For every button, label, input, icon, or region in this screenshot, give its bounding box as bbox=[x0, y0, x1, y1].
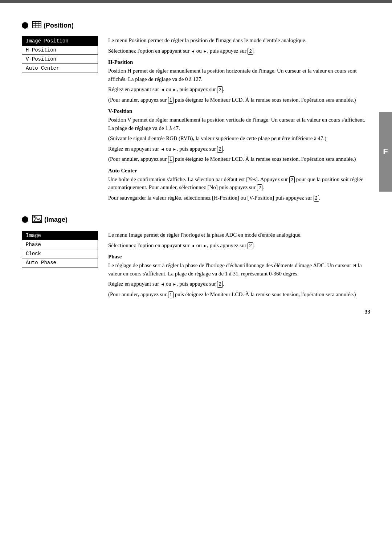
position-menu-col: Image Position H-Position V-Position Aut… bbox=[22, 36, 98, 204]
svg-marker-6 bbox=[34, 218, 41, 221]
v-position-p2: (Suivant le signal d'entrée RGB (RVB), l… bbox=[108, 134, 370, 143]
phase-p3: (Pour annuler, appuyez sur 1 puis éteign… bbox=[108, 290, 370, 299]
arrow-right-h bbox=[173, 86, 177, 92]
num-badge-phase-2: 2 bbox=[217, 281, 222, 288]
phase-p2: Réglez en appuyant sur ou , puis appuyez… bbox=[108, 280, 370, 288]
v-position-p3: Réglez en appuyant sur ou , puis appuyez… bbox=[108, 145, 370, 153]
h-position-heading: H-Position bbox=[108, 59, 370, 65]
auto-center-p1: Une boîte de confirmation s'affiche. La … bbox=[108, 175, 370, 192]
menu-item-auto-phase: Auto Phase bbox=[22, 258, 98, 267]
arrow-right-img bbox=[203, 242, 207, 248]
num-badge-ac-2b: 2 bbox=[257, 184, 262, 191]
arrow-left-phase bbox=[160, 281, 164, 287]
arrow-right-phase bbox=[173, 281, 177, 287]
h-position-p1: Position H permet de régler manuellement… bbox=[108, 67, 370, 83]
menu-item-image: Image bbox=[22, 231, 98, 240]
arrow-left-icon bbox=[191, 48, 195, 54]
num-badge-ac-2a: 2 bbox=[289, 176, 295, 183]
svg-point-7 bbox=[34, 216, 35, 218]
bullet-circle-position bbox=[22, 22, 28, 29]
h-position-p3: (Pour annuler, appuyez sur 1 puis éteign… bbox=[108, 96, 370, 104]
v-position-heading: V-Position bbox=[108, 108, 370, 114]
phase-heading: Phase bbox=[108, 254, 370, 260]
num-badge-v-2: 2 bbox=[217, 146, 222, 153]
auto-center-p2: Pour sauvegarder la valeur réglée, sélec… bbox=[108, 194, 370, 202]
section-position-heading: (Position) bbox=[22, 21, 370, 30]
arrow-left-h bbox=[160, 86, 164, 92]
menu-item-clock: Clock bbox=[22, 249, 98, 258]
position-intro: Le menu Position permet de régler la pos… bbox=[108, 36, 370, 45]
num-badge-img-2: 2 bbox=[248, 242, 253, 249]
side-tab-letter: F bbox=[383, 147, 388, 156]
image-section-content: Image Phase Clock Auto Phase Le menu Ima… bbox=[22, 231, 370, 301]
position-icon bbox=[32, 21, 41, 30]
num-badge-h-1: 1 bbox=[168, 97, 173, 104]
menu-item-auto-center: Auto Center bbox=[22, 64, 98, 73]
menu-item-v-position: V-Position bbox=[22, 55, 98, 64]
image-text-col: Le menu Image permet de régler l'horloge… bbox=[108, 231, 370, 301]
h-position-p2: Réglez en appuyant sur ou , puis appuyez… bbox=[108, 85, 370, 94]
arrow-left-img bbox=[191, 242, 195, 248]
bullet-circle-image bbox=[22, 216, 28, 223]
page-number: 33 bbox=[365, 309, 370, 315]
num-badge-v-1: 1 bbox=[168, 156, 173, 163]
v-position-p1: Position V permet de régler manuellement… bbox=[108, 116, 370, 132]
side-tab: F bbox=[379, 112, 392, 192]
image-menu-box: Image Phase Clock Auto Phase bbox=[22, 231, 98, 267]
image-select-instruction: Sélectionnez l'option en appuyant sur ou… bbox=[108, 241, 370, 250]
num-badge-phase-1: 1 bbox=[168, 291, 173, 298]
position-section-content: Image Position H-Position V-Position Aut… bbox=[22, 36, 370, 204]
phase-p1: Le réglage de phase sert à régler la pha… bbox=[108, 261, 370, 278]
section-image-heading: (Image) bbox=[22, 215, 370, 224]
num-badge-ac-2c: 2 bbox=[314, 195, 319, 202]
top-bar bbox=[0, 0, 392, 3]
position-menu-box: Image Position H-Position V-Position Aut… bbox=[22, 36, 98, 73]
menu-item-image-position: Image Position bbox=[22, 37, 98, 46]
position-select-instruction: Sélectionnez l'option en appuyant sur ou… bbox=[108, 47, 370, 55]
image-intro: Le menu Image permet de régler l'horloge… bbox=[108, 231, 370, 239]
menu-item-h-position: H-Position bbox=[22, 46, 98, 55]
auto-center-heading: Auto Center bbox=[108, 168, 370, 174]
arrow-left-v bbox=[160, 146, 164, 152]
arrow-right-icon bbox=[203, 48, 207, 54]
arrow-right-v bbox=[173, 146, 177, 152]
position-text-col: Le menu Position permet de régler la pos… bbox=[108, 36, 370, 204]
num-badge-h-2: 2 bbox=[217, 86, 222, 93]
v-position-p4: (Pour annuler, appuyez sur 1 puis éteign… bbox=[108, 155, 370, 163]
num-badge-2: 2 bbox=[248, 48, 253, 55]
svg-rect-0 bbox=[32, 21, 41, 28]
image-menu-col: Image Phase Clock Auto Phase bbox=[22, 231, 98, 301]
section-position-title: (Position) bbox=[44, 22, 74, 29]
section-image-title: (Image) bbox=[44, 216, 68, 224]
menu-item-phase: Phase bbox=[22, 240, 98, 249]
image-icon bbox=[32, 215, 42, 224]
